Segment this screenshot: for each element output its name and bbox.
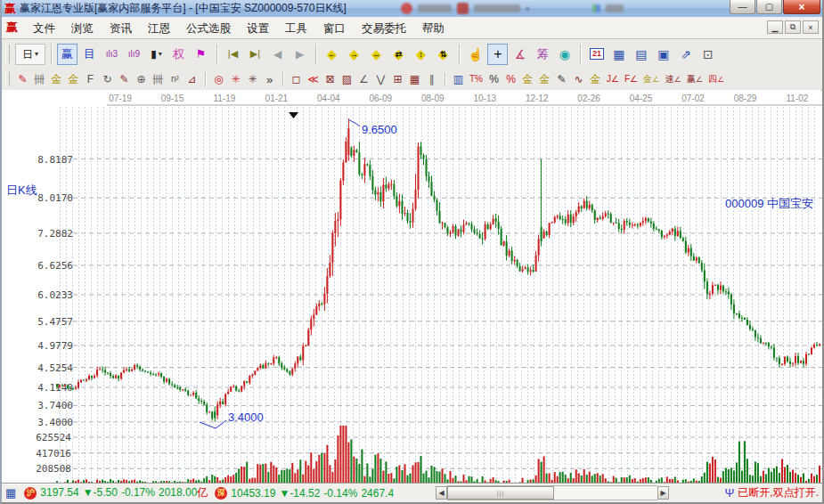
chip-distribution-icon[interactable]: 筹 — [532, 44, 552, 65]
trend-angle-icon[interactable]: ∠ — [355, 70, 372, 88]
stats-panel-icon[interactable]: ▥ — [450, 70, 467, 88]
angle-ruler-icon[interactable]: ⊿ — [184, 70, 200, 88]
gann-square-icon[interactable]: ▨ — [339, 70, 355, 88]
grid-tool-icon[interactable]: ⊞ — [389, 70, 406, 88]
menu-item-3[interactable]: 江恩 — [140, 20, 178, 37]
menu-item-9[interactable]: 帮助 — [414, 20, 453, 37]
zigzag-tool-icon[interactable]: ⋁ — [372, 70, 389, 88]
gann-compress-icon[interactable]: ◆↕ — [411, 44, 431, 65]
chart-horizontal-scrollbar[interactable]: ◀ ||| ▶ — [436, 485, 669, 500]
winner-panel-icon[interactable]: 赢 — [57, 44, 78, 65]
menu-item-1[interactable]: 浏览 — [63, 20, 102, 37]
gann-wheel-icon[interactable]: ✳ — [227, 70, 244, 88]
golden-circle-icon[interactable]: 金 — [519, 70, 536, 88]
percent-lines-icon[interactable]: % — [502, 70, 519, 88]
trend-angle-icon-glyph: ∠ — [359, 74, 369, 85]
info-list-icon[interactable]: 目 — [79, 44, 100, 65]
minimize-button[interactable]: — — [730, 0, 755, 14]
gann-swap-icon[interactable]: ◆⇄ — [388, 44, 409, 65]
f-angle-icon[interactable]: F∠ — [622, 70, 640, 88]
calendar-icon[interactable]: 21 — [586, 44, 607, 65]
rect-box-tool-icon[interactable]: ◻ — [288, 70, 305, 88]
time-ruler-icon[interactable]: 卌 — [31, 70, 48, 88]
market-grid-icon[interactable]: ▦ — [5, 486, 16, 500]
more-tools-button[interactable]: » — [261, 70, 278, 88]
mdi-minimize-button[interactable]: ▁ — [767, 20, 783, 34]
four-angle-icon[interactable]: 四∠ — [706, 70, 727, 88]
minute9-chart-icon[interactable]: ılı9 — [124, 44, 144, 65]
save-icon[interactable]: ▣ — [653, 44, 673, 65]
scrollbar-thumb[interactable]: ||| — [447, 486, 554, 500]
candle-edit-icon[interactable]: ✎ — [553, 70, 570, 88]
parallel-lines-icon[interactable]: ∥ — [423, 70, 440, 88]
mdi-close-button[interactable]: × — [803, 20, 819, 34]
first-page-icon[interactable]: |◀ — [223, 44, 243, 65]
period-day-dropdown[interactable]: 日▾ — [15, 44, 45, 65]
menu-item-0[interactable]: 文件 — [25, 20, 63, 37]
menu-item-7[interactable]: 窗口 — [315, 20, 354, 37]
gold-angle-icon[interactable]: 金∠ — [640, 70, 662, 88]
kline-chart[interactable]: 日K线 000009 中国宝安 — [2, 90, 820, 484]
golden-angle-icon[interactable]: 金 — [587, 70, 604, 88]
pan-hand-icon[interactable]: ☝ — [465, 44, 485, 65]
notes-icon[interactable]: ▤ — [631, 44, 651, 65]
exrights-icon[interactable]: 权 — [168, 44, 189, 65]
speed-angle-icon[interactable]: 速∠ — [662, 70, 683, 88]
smart-brain-icon[interactable]: ◉ — [554, 44, 575, 65]
bar-counter-icon[interactable]: 卌 — [150, 70, 167, 88]
percent-icon[interactable]: % — [485, 70, 502, 88]
toolbar-grip[interactable] — [5, 45, 10, 63]
calculator-icon[interactable]: ▦ — [608, 44, 629, 65]
sz-index-ticker[interactable]: 10453.19▼-14.52-0.14%2467.4 — [231, 487, 397, 500]
menu-item-5[interactable]: 设置 — [239, 20, 277, 37]
gann-shift-left-icon[interactable]: ◆← — [322, 44, 342, 65]
four-angle-icon-glyph: 四∠ — [708, 75, 724, 84]
window-controls: — ▢ × — [729, 0, 820, 14]
menu-item-4[interactable]: 公式选股 — [178, 20, 239, 37]
menu-item-2[interactable]: 资讯 — [102, 20, 140, 37]
sh-index-ticker[interactable]: 3197.54▼-5.50-0.17%2018.00亿 — [40, 485, 211, 500]
grid-box-tool-icon[interactable]: ▦ — [406, 70, 423, 88]
print-icon[interactable]: ⊡ — [698, 44, 718, 65]
crosshair-icon[interactable]: + — [487, 44, 508, 65]
minute3-chart-icon[interactable]: ılı3 — [102, 44, 122, 65]
measure-pen-icon[interactable]: ✎ — [116, 70, 133, 88]
gann-target-icon[interactable]: ◎ — [210, 70, 227, 88]
mdi-restore-button[interactable]: ⧉ — [785, 20, 801, 34]
winner-angle-icon[interactable]: 赢∠ — [684, 70, 706, 88]
close-button[interactable]: × — [783, 0, 820, 14]
golden-extension-lines-icon[interactable]: 金 — [65, 70, 82, 88]
gann-wheel-alt-icon[interactable]: ✳ — [244, 70, 261, 88]
j-angle-icon[interactable]: J∠ — [604, 70, 622, 88]
maximize-button[interactable]: ▢ — [756, 0, 782, 14]
candle-style-dropdown[interactable]: ▮▾ — [146, 44, 167, 65]
fibonacci-lines-icon[interactable]: F — [82, 70, 99, 88]
gann-clock-icon[interactable]: ⊕ — [133, 70, 150, 88]
flag-marker-icon[interactable]: ⚑ — [191, 44, 211, 65]
angle-measure-icon[interactable]: ∡ — [510, 44, 530, 65]
wave-tool-icon[interactable]: ∿ — [570, 70, 587, 88]
scroll-right-button[interactable]: ▶ — [657, 486, 669, 500]
toolbar-grip[interactable] — [5, 72, 10, 86]
connection-status[interactable]: Ψ 已断开,双点打开. — [724, 484, 819, 502]
prev-page-icon[interactable]: ◀ — [267, 44, 288, 65]
draw-pen-icon[interactable]: ✎ — [14, 70, 31, 88]
n-square-icon[interactable]: n² — [167, 70, 184, 88]
last-page-icon[interactable]: ▶| — [245, 44, 265, 65]
gann-shift-right-icon[interactable]: ◆→ — [344, 44, 364, 65]
scrollbar-track[interactable]: ||| — [447, 485, 657, 500]
fan-lines-icon[interactable]: ≪ — [305, 70, 322, 88]
golden-band-icon[interactable]: 金 — [536, 70, 553, 88]
golden-ratio-lines-icon[interactable]: 金 — [48, 70, 65, 88]
spiral-calendar-icon[interactable]: ↻ — [99, 70, 116, 88]
scroll-left-button[interactable]: ◀ — [436, 486, 447, 500]
next-page-icon[interactable]: ▶ — [290, 44, 310, 65]
export-icon[interactable]: ⇗ — [675, 44, 696, 65]
menu-item-8[interactable]: 交易委托 — [354, 20, 414, 37]
percent-t-icon[interactable]: T% — [467, 70, 485, 88]
gann-expand-icon[interactable]: ◆↔ — [366, 44, 387, 65]
gann-box-icon[interactable]: ⊠ — [322, 70, 339, 88]
menu-item-6[interactable]: 工具 — [277, 20, 315, 37]
gann-fit-icon[interactable]: ◆⇅ — [433, 44, 453, 65]
app-logo-icon: 赢 — [6, 20, 18, 36]
